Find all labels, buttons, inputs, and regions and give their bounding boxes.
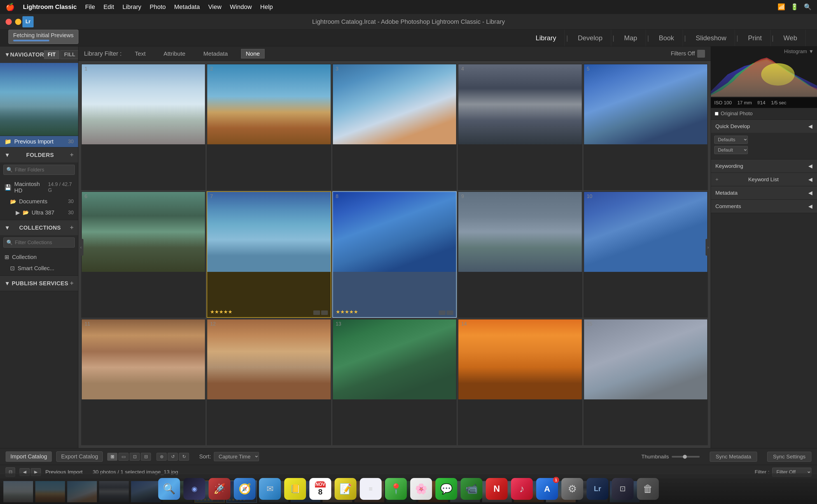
menu-metadata[interactable]: Metadata [174, 3, 200, 11]
dock-photos[interactable]: 🌸 [410, 478, 432, 500]
nav-web[interactable]: Web [775, 30, 806, 46]
nav-fill-btn[interactable]: FILL [60, 50, 78, 59]
nav-map[interactable]: Map [616, 30, 646, 46]
import-catalog-button[interactable]: Import Catalog [6, 451, 52, 462]
folders-header[interactable]: ▼ Folders + [0, 147, 78, 162]
menu-photo[interactable]: Photo [150, 3, 166, 11]
nav-library[interactable]: Library [527, 30, 565, 46]
loupe-view-button[interactable]: ▭ [118, 453, 128, 461]
grid-cell-13[interactable]: 13 [332, 319, 457, 445]
grid-cell-12[interactable]: 12 [207, 319, 331, 445]
dock-calendar[interactable]: NOV 8 [309, 478, 331, 500]
menu-help[interactable]: Help [260, 3, 273, 11]
comments-header[interactable]: Comments ◀ [711, 200, 817, 213]
grid-cell-5[interactable]: 5 [583, 64, 708, 190]
left-panel-toggle[interactable]: ‹ [78, 239, 83, 256]
dock-notes[interactable]: 📒 [284, 478, 306, 500]
dock-finder[interactable]: 🔍 [158, 478, 180, 500]
minimize-button[interactable] [15, 19, 21, 25]
grid-cell-10[interactable]: 10 [583, 191, 708, 318]
grid-cell-8[interactable]: 8 ★★★★★ [332, 191, 457, 318]
right-panel-toggle[interactable]: › [706, 239, 711, 256]
folder-search-input[interactable] [15, 167, 72, 173]
grid-view-button[interactable]: ⊞ [107, 453, 117, 461]
nav-develop[interactable]: Develop [569, 30, 611, 46]
folder-ultra387[interactable]: ▶ 📂 Ultra 387 30 [0, 207, 78, 218]
grid-cell-11[interactable]: 11 [81, 319, 206, 445]
dock-trash[interactable]: 🗑 [637, 478, 659, 500]
nav-book[interactable]: Book [651, 30, 683, 46]
collection-search-box[interactable]: 🔍 [3, 237, 75, 248]
dock-launchpad[interactable]: 🚀 [209, 478, 231, 500]
grid-cell-3[interactable]: 3 [332, 64, 457, 190]
filter-attribute-btn[interactable]: Attribute [159, 49, 190, 58]
filter-none-btn[interactable]: None [241, 49, 265, 58]
add-keyword-icon[interactable]: + [715, 176, 719, 183]
add-publish-button[interactable]: + [70, 280, 74, 287]
rotate-ccw-icon[interactable]: ↺ [168, 453, 178, 461]
keywording-header[interactable]: Keywording ◀ [711, 159, 817, 173]
menu-window[interactable]: Window [230, 3, 252, 11]
previous-import-item[interactable]: 📁 Previous Import 30 [0, 136, 78, 147]
dock-lightroom[interactable]: Lr [586, 478, 608, 500]
survey-view-button[interactable]: ⊟ [141, 453, 151, 461]
close-button[interactable] [6, 19, 12, 25]
folder-search-box[interactable]: 🔍 [3, 165, 75, 175]
add-folder-button[interactable]: + [70, 151, 74, 159]
compare-view-button[interactable]: ⊡ [130, 453, 140, 461]
export-catalog-button[interactable]: Export Catalog [56, 451, 103, 462]
grid-cell-9[interactable]: 9 [458, 191, 582, 318]
menu-file[interactable]: File [85, 3, 95, 11]
rotate-cw-icon[interactable]: ↻ [179, 453, 189, 461]
dock-stickies[interactable]: 📝 [335, 478, 356, 500]
sort-dropdown[interactable]: Capture Time File Name Rating [214, 452, 259, 461]
dock-music[interactable]: ♪ [511, 478, 533, 500]
menu-lightroom[interactable]: Lightroom Classic [23, 3, 77, 11]
publish-services-header[interactable]: ▼ Publish Services + [0, 276, 78, 291]
collection-item[interactable]: ⊞ Collection [0, 251, 78, 263]
grid-cell-4[interactable]: 4 [458, 64, 582, 190]
grid-cell-7[interactable]: 7 ★★★★★ [207, 191, 331, 318]
menu-library[interactable]: Library [122, 3, 141, 11]
metadata-header[interactable]: Metadata ◀ [711, 186, 817, 199]
dock-reminders[interactable]: ≡ [360, 478, 382, 500]
dock-screenshot[interactable]: ⊡ [612, 478, 634, 500]
grid-cell-14[interactable]: 14 [458, 319, 582, 445]
folder-macintosh-hd[interactable]: 💾 Macintosh HD 14.9 / 42.7 G [0, 179, 78, 196]
menu-view[interactable]: View [208, 3, 222, 11]
filter-toggle-icon[interactable] [697, 50, 705, 58]
quick-develop-header[interactable]: Quick Develop ◀ [711, 120, 817, 133]
nav-print[interactable]: Print [740, 30, 770, 46]
add-collection-button[interactable]: + [70, 224, 74, 231]
dock-safari[interactable]: 🧭 [234, 478, 256, 500]
original-photo-checkbox[interactable] [715, 112, 719, 116]
dock-siri[interactable]: ◉ [183, 478, 205, 500]
apple-menu[interactable]: 🍎 [6, 3, 15, 11]
thumbnail-size-slider[interactable] [672, 456, 700, 458]
dock-maps[interactable]: 📍 [385, 478, 407, 500]
preset-dropdown[interactable]: Defaults [714, 136, 748, 144]
nav-fit-btn[interactable]: FIT [44, 50, 59, 59]
grid-cell-6[interactable]: 6 [81, 191, 206, 318]
nav-slideshow[interactable]: Slideshow [687, 30, 735, 46]
sync-metadata-button[interactable]: Sync Metadata [710, 452, 757, 462]
navigator-header[interactable]: ▼ Navigator FIT FILL 1:1 [0, 46, 78, 63]
collection-search-input[interactable] [15, 240, 72, 246]
grid-cell-15[interactable]: 15 [583, 319, 708, 445]
folder-documents[interactable]: 📂 Documents 30 [0, 196, 78, 207]
smart-collection-item[interactable]: ⊡ Smart Collec... [0, 263, 78, 274]
dock-messages[interactable]: 💬 [435, 478, 457, 500]
filter-text-btn[interactable]: Text [130, 49, 150, 58]
sync-settings-button[interactable]: Sync Settings [767, 452, 811, 462]
dock-system-prefs[interactable]: ⚙ [561, 478, 583, 500]
dock-facetime[interactable]: 📹 [461, 478, 482, 500]
menu-edit[interactable]: Edit [103, 3, 114, 11]
grid-cell-2[interactable]: 2 [207, 64, 331, 190]
collections-header[interactable]: ▼ Collections + [0, 220, 78, 235]
spray-tool-button[interactable]: ⊛ [156, 453, 166, 461]
dock-news[interactable]: N [486, 478, 508, 500]
grid-cell-1[interactable]: 1 [81, 64, 206, 190]
keyword-list-header[interactable]: + Keyword List ◀ [711, 173, 817, 186]
menubar-search-icon[interactable]: 🔍 [804, 3, 811, 11]
crop-dropdown[interactable]: Default [714, 146, 748, 154]
